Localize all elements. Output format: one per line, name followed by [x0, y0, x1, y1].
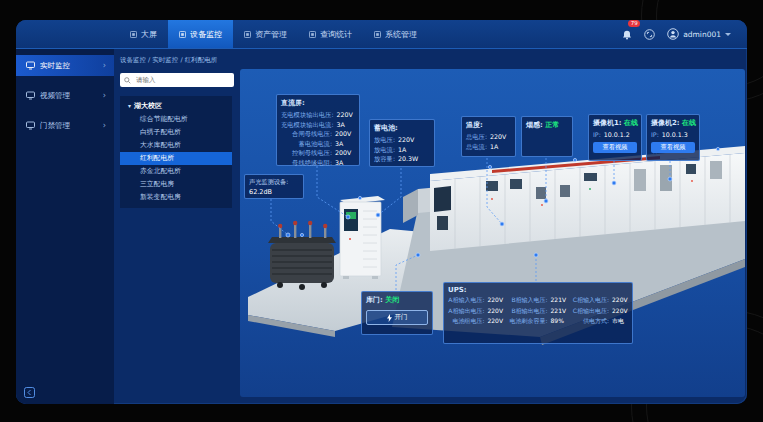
tree-item[interactable]: 白绣子配电所: [120, 126, 232, 139]
user-menu[interactable]: admin001: [667, 28, 731, 40]
view-video-button[interactable]: 查看视频: [593, 142, 637, 153]
data-row: 母线绝缘电阻: 3A: [281, 158, 355, 168]
camera2-ip: 10.0.1.3: [662, 130, 688, 139]
screen: { "ui": { "chevron": "›", "caret": "▾" }…: [0, 0, 763, 422]
tree-root[interactable]: ▾湖大校区: [120, 99, 232, 113]
data-cell: C相输入电压: 220V: [573, 296, 628, 305]
tab-icon: [244, 31, 251, 38]
data-row: 充电模块输出电压: 220V: [281, 110, 355, 120]
nav-tab[interactable]: 资产管理: [233, 20, 298, 48]
panel-camera-1: 摄像机1: 在线 IP: 10.0.1.2 查看视频: [588, 114, 642, 161]
search-input[interactable]: [134, 75, 230, 85]
sidebar-item-icon: [26, 91, 35, 100]
data-cell: A相输入电压: 220V: [448, 296, 503, 305]
logo-area: [16, 20, 119, 48]
notification-badge: 79: [628, 20, 640, 27]
data-row: 总电压: 220V: [466, 132, 511, 142]
sidebar-chevron-icon: ›: [103, 61, 106, 70]
sidebar: 实时监控 › 视频管理 › 门禁管理 ›: [16, 49, 114, 404]
sidebar-chevron-icon: ›: [103, 91, 106, 100]
panel-battery-title: 蓄电池:: [374, 123, 430, 133]
sidebar-item-label: 视频管理: [40, 91, 98, 101]
sidebar-chevron-icon: ›: [103, 121, 106, 130]
open-door-button[interactable]: 开门: [366, 310, 428, 325]
bell-icon: [622, 30, 632, 40]
tab-icon: [309, 31, 316, 38]
sidebar-item[interactable]: 视频管理 ›: [16, 85, 114, 106]
panel-meter: 温度: 总电压: 220V 总电流: 1A: [461, 116, 516, 157]
data-cell: A相输出电压: 220V: [448, 307, 503, 316]
notifications-button[interactable]: 79: [622, 25, 632, 44]
tree-item[interactable]: 赤金北配电所: [120, 165, 232, 178]
data-row: 合闸母线电压: 200V: [281, 129, 355, 139]
sidebar-item-label: 门禁管理: [40, 121, 98, 131]
sidebar-item-icon: [26, 61, 35, 70]
avatar-icon: [667, 28, 679, 40]
view-video-button[interactable]: 查看视频: [651, 142, 695, 153]
tree-item[interactable]: 大水库配电所: [120, 139, 232, 152]
smoke-status: 正常: [545, 121, 559, 129]
data-cell: B相输出电压: 221V: [509, 307, 566, 316]
camera1-title: 摄像机1:: [593, 119, 622, 127]
camera2-title: 摄像机2:: [651, 119, 680, 127]
tab-label: 设备监控: [190, 29, 222, 40]
search-icon: [124, 77, 131, 84]
sidebar-item-icon: [26, 121, 35, 130]
panel-battery: 蓄电池: 放电压: 220V 放电流: 1A 放容量: 20.3W: [369, 119, 435, 167]
noise-title: 声光监测设备:: [249, 178, 299, 187]
nav-tab[interactable]: 查询统计: [298, 20, 363, 48]
data-cell: 电池组电压: 220V: [448, 317, 503, 326]
data-cell: B相输入电压: 221V: [509, 296, 566, 305]
caret-icon: ▾: [128, 102, 131, 109]
fullscreen-icon[interactable]: [644, 29, 655, 40]
body: 实时监控 › 视频管理 › 门禁管理 › 设备监控 / 实时监控 / 红利配电所: [16, 49, 747, 404]
door-status: 关闭: [385, 296, 399, 304]
collapse-sidebar-icon[interactable]: [24, 387, 35, 398]
tab-label: 系统管理: [385, 29, 417, 40]
data-row: 控制母线电压: 200V: [281, 148, 355, 158]
data-row: 放电流: 1A: [374, 145, 430, 155]
sidebar-item[interactable]: 门禁管理 ›: [16, 115, 114, 136]
camera2-status: 在线: [682, 119, 696, 127]
data-row: 充电模块输出电流: 3A: [281, 120, 355, 130]
sidebar-item[interactable]: 实时监控 ›: [16, 55, 114, 76]
panel-door: 库门: 关闭 开门: [361, 291, 433, 335]
data-cell: 供电方式: 市电: [573, 317, 628, 326]
camera1-status: 在线: [624, 119, 638, 127]
panel-noise: 声光监测设备: 62.2dB: [244, 174, 304, 199]
data-row: 放容量: 20.3W: [374, 154, 430, 164]
tab-label: 查询统计: [320, 29, 352, 40]
data-row: 放电压: 220V: [374, 135, 430, 145]
nav-right: 79 admin001: [622, 25, 747, 44]
tab-icon: [374, 31, 381, 38]
navbar: 大屏 设备监控 资产管理 查询统计 系统管理 79: [16, 20, 747, 49]
nav-tabs: 大屏 设备监控 资产管理 查询统计 系统管理: [119, 20, 428, 48]
noise-value: 62.2dB: [249, 188, 299, 196]
tab-label: 大屏: [141, 29, 157, 40]
tree-item[interactable]: 三立配电房: [120, 178, 232, 191]
panel-smoke: 烟感: 正常: [521, 116, 573, 157]
tree-item[interactable]: 综合节能配电所: [120, 113, 232, 126]
tab-icon: [130, 31, 137, 38]
nav-tab[interactable]: 设备监控: [168, 20, 233, 48]
panel-camera-2: 摄像机2: 在线 IP: 10.0.1.3 查看视频: [646, 114, 700, 161]
tree-item[interactable]: 红利配电所: [120, 152, 232, 165]
app-window: 大屏 设备监控 资产管理 查询统计 系统管理 79: [16, 20, 747, 404]
tab-label: 资产管理: [255, 29, 287, 40]
data-row: 蓄电池电流: 3A: [281, 139, 355, 149]
search-box: [120, 73, 234, 87]
door-title: 库门:: [366, 296, 383, 304]
nav-tab[interactable]: 大屏: [119, 20, 168, 48]
panel-dc: 直流屏: 充电模块输出电压: 220V 充电模块输出电流: 3A 合闸母线电压:…: [276, 94, 360, 166]
user-chevron-icon: [725, 33, 731, 36]
panel-ups-title: UPS:: [448, 286, 628, 294]
tree-root-label: 湖大校区: [134, 102, 162, 110]
device-tree: ▾湖大校区 综合节能配电所白绣子配电所大水库配电所红利配电所赤金北配电所三立配电…: [120, 96, 232, 208]
sidebar-item-label: 实时监控: [40, 61, 98, 71]
main-panel: 直流屏: 充电模块输出电压: 220V 充电模块输出电流: 3A 合闸母线电压:…: [240, 69, 745, 397]
panel-meter-title: 温度:: [466, 120, 511, 130]
tree-item[interactable]: 新装变配电房: [120, 191, 232, 204]
nav-tab[interactable]: 系统管理: [363, 20, 428, 48]
lightning-icon: [387, 314, 392, 322]
data-cell: 电池剩余容量: 89%: [509, 317, 566, 326]
